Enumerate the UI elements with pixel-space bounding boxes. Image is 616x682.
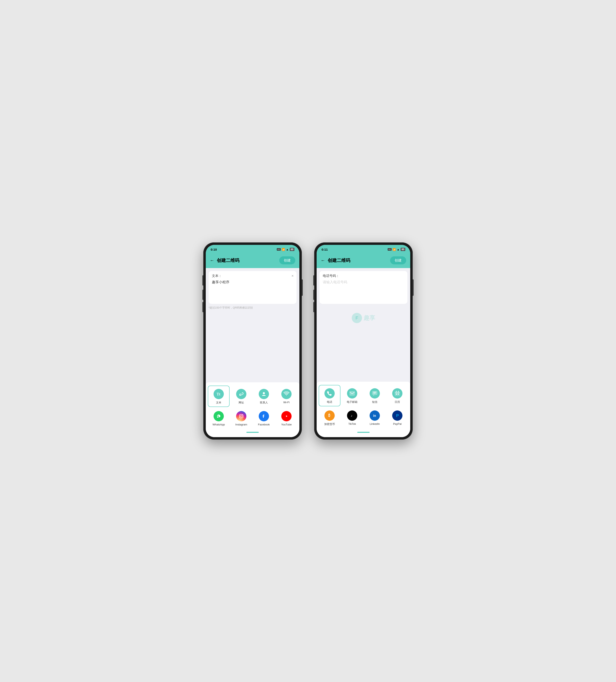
calendar-label: 日历 [395, 400, 400, 404]
sms-icon [370, 388, 380, 399]
svg-text:in: in [373, 414, 376, 417]
paypal-label: PayPal [393, 422, 401, 426]
back-button[interactable]: ← [210, 258, 214, 263]
grid-item-instagram[interactable]: Instagram [230, 408, 252, 429]
status-bar: 0:10HD📶▲60 [206, 245, 299, 254]
input-label: 文本： [212, 274, 293, 278]
grid-row-1: ₿加密货币♪TikTokinLinkedInPPayPal [319, 407, 408, 429]
input-close-button[interactable]: × [291, 274, 293, 278]
input-label: 电话号码： [323, 274, 404, 278]
svg-point-4 [240, 415, 242, 417]
youtube-icon [281, 411, 291, 421]
grid-item-contact[interactable]: 联系人 [253, 386, 275, 407]
linkedin-icon: in [370, 410, 380, 421]
status-time: 0:10 [211, 248, 217, 251]
svg-rect-14 [396, 393, 397, 394]
grid-item-wifi[interactable]: Wi-Fi [276, 386, 297, 407]
phone-inner-1: 0:10HD📶▲60←创建二维码创建文本：×趣享小程序*超过150个字符时，QR… [206, 245, 299, 437]
calendar-icon [392, 388, 402, 399]
svg-text:₿: ₿ [328, 413, 330, 417]
input-card: 文本：×趣享小程序 [209, 271, 297, 304]
paypal-icon: P [392, 410, 402, 421]
status-bar: 0:11HD📶▲60 [317, 245, 410, 254]
contact-icon [259, 389, 269, 399]
input-placeholder[interactable]: 请输入电话号码 [323, 280, 404, 285]
grid-item-phone[interactable]: 电话 [319, 385, 340, 406]
phone-label: 电话 [327, 400, 332, 404]
contact-label: 联系人 [260, 401, 268, 405]
url-icon [236, 389, 246, 399]
grid-item-sms[interactable]: 短信 [364, 385, 386, 406]
status-time: 0:11 [322, 248, 328, 251]
svg-rect-15 [398, 393, 399, 394]
text-label: 文本 [216, 401, 221, 405]
wifi-label: Wi-Fi [283, 401, 289, 404]
content-area: 文本：×趣享小程序*超过150个字符时，QR码将难以识别Tt文本网址联系人Wi-… [206, 268, 299, 437]
facebook-label: Facebook [258, 423, 269, 426]
app-header: ←创建二维码创建 [317, 254, 410, 268]
instagram-icon [236, 411, 246, 421]
tiktok-icon: ♪ [347, 410, 357, 421]
page-title: 创建二维码 [217, 257, 239, 264]
grid-item-calendar[interactable]: 日历 [386, 385, 408, 406]
grid-item-paypal[interactable]: PPayPal [386, 407, 408, 429]
input-card: 电话号码：请输入电话号码 [319, 271, 407, 304]
grid-item-tiktok[interactable]: ♪TikTok [341, 407, 363, 429]
grid-row-1: WhatsAppInstagramFacebookYouTube [208, 408, 297, 429]
grid-item-whatsapp[interactable]: WhatsApp [208, 408, 230, 429]
input-value: 趣享小程序 [212, 280, 293, 285]
bitcoin-icon: ₿ [325, 410, 335, 421]
home-indicator [208, 429, 297, 435]
battery-indicator: 60 [401, 248, 405, 251]
grid-item-email[interactable]: 电子邮箱 [341, 385, 363, 406]
status-icons: HD📶▲60 [388, 248, 405, 251]
bottom-grid: 电话电子邮箱短信日历₿加密货币♪TikTokinLinkedInPPayPal [317, 382, 410, 437]
bitcoin-label: 加密货币 [324, 422, 335, 426]
status-icons: HD📶▲60 [277, 248, 294, 251]
app-header: ←创建二维码创建 [206, 254, 299, 268]
back-button[interactable]: ← [321, 258, 325, 263]
grid-item-youtube[interactable]: YouTube [276, 408, 297, 429]
battery-indicator: 60 [290, 248, 294, 251]
email-icon [347, 388, 357, 399]
youtube-label: YouTube [281, 423, 291, 426]
page-title: 创建二维码 [328, 257, 350, 264]
phone-icon [325, 388, 335, 399]
hint-text: *超过150个字符时，QR码将难以识别 [206, 304, 299, 312]
content-area: 电话号码：请输入电话号码电话电子邮箱短信日历₿加密货币♪TikTokinLink… [317, 268, 410, 437]
svg-text:♪: ♪ [351, 414, 352, 417]
svg-text:P: P [396, 413, 399, 418]
hd-badge: HD [277, 248, 281, 251]
grid-row-0: Tt文本网址联系人Wi-Fi [208, 386, 297, 407]
wifi-icon [281, 389, 291, 399]
grid-item-text[interactable]: Tt文本 [208, 386, 230, 407]
facebook-icon [259, 411, 269, 421]
signal-icon: 📶 [282, 248, 285, 251]
header-left: ←创建二维码 [210, 257, 239, 264]
svg-point-5 [242, 414, 243, 415]
grid-row-0: 电话电子邮箱短信日历 [319, 385, 408, 406]
home-bar [357, 432, 370, 433]
tiktok-label: TikTok [348, 422, 356, 426]
hd-badge: HD [388, 248, 392, 251]
url-label: 网址 [239, 401, 244, 405]
svg-rect-9 [350, 391, 355, 395]
header-left: ←创建二维码 [321, 257, 350, 264]
wifi-icon: ▲ [286, 248, 289, 251]
text-icon: Tt [214, 389, 224, 399]
home-bar [246, 432, 259, 433]
create-button[interactable]: 创建 [279, 256, 295, 265]
home-indicator [319, 429, 408, 435]
email-label: 电子邮箱 [347, 400, 357, 404]
bottom-grid: Tt文本网址联系人Wi-FiWhatsAppInstagramFacebookY… [206, 382, 299, 437]
phones-container: 0:10HD📶▲60←创建二维码创建文本：×趣享小程序*超过150个字符时，QR… [203, 243, 413, 439]
svg-text:Tt: Tt [217, 392, 220, 396]
wifi-icon: ▲ [397, 248, 400, 251]
grid-item-facebook[interactable]: Facebook [253, 408, 275, 429]
grid-item-linkedin[interactable]: inLinkedIn [364, 407, 386, 429]
grid-item-bitcoin[interactable]: ₿加密货币 [319, 407, 340, 429]
create-button[interactable]: 创建 [390, 256, 406, 265]
grid-item-url[interactable]: 网址 [230, 386, 252, 407]
phone-inner-2: 0:11HD📶▲60←创建二维码创建F趣享电话号码：请输入电话号码电话电子邮箱短… [317, 245, 410, 437]
whatsapp-icon [214, 411, 224, 421]
